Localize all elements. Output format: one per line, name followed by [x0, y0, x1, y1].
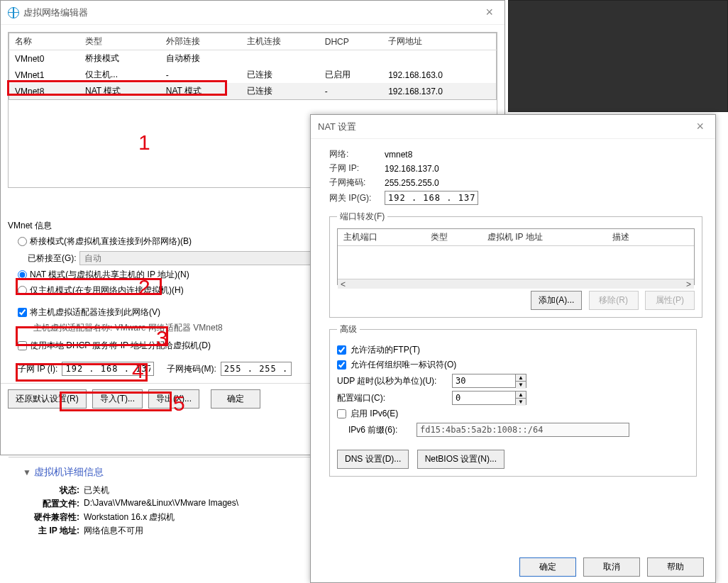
close-icon[interactable]: ×	[692, 119, 708, 134]
ipv6-prefix-input	[417, 423, 629, 437]
ok-button[interactable]: 确定	[211, 389, 260, 409]
col-desc[interactable]: 描述	[607, 229, 694, 245]
subnet-mask-input[interactable]	[221, 362, 292, 376]
vnet-title: 虚拟网络编辑器	[23, 6, 88, 19]
radio-bridge-label: 桥接模式(将虚拟机直接连接到外部网络)(B)	[30, 235, 192, 248]
col-host-port[interactable]: 主机端口	[338, 229, 425, 245]
add-port-button[interactable]: 添加(A)...	[531, 291, 582, 310]
udp-timeout-input[interactable]	[452, 374, 516, 388]
checkbox-dhcp-label: 使用本地 DHCP 服务将 IP 地址分配给虚拟机(D)	[30, 340, 211, 352]
col-type[interactable]: 类型	[79, 33, 160, 50]
col-host[interactable]: 主机连接	[241, 33, 319, 50]
radio-bridge[interactable]	[18, 237, 27, 246]
nat-help-button[interactable]: 帮助	[647, 557, 704, 577]
port-properties-button: 属性(P)	[645, 291, 695, 310]
col-vm-ip[interactable]: 虚拟机 IP 地址	[482, 229, 607, 245]
primary-ip-label: 主 IP 地址:	[23, 525, 79, 537]
gateway-label: 网关 IP(G):	[329, 192, 379, 204]
checkbox-ftp-label: 允许活动的FTP(T)	[351, 344, 420, 356]
udp-timeout-label: UDP 超时(以秒为单位)(U):	[337, 375, 448, 387]
subnet-ip-label: 子网 IP (I):	[18, 363, 57, 375]
radio-host-label: 仅主机模式(在专用网络内连接虚拟机)(H)	[30, 284, 184, 296]
import-button[interactable]: 导入(T)...	[92, 389, 143, 409]
globe-icon	[8, 7, 19, 18]
remove-port-button: 移除(R)	[589, 291, 639, 310]
hw-compat-label: 硬件兼容性:	[23, 511, 79, 523]
subnet-ip-input[interactable]	[62, 362, 154, 376]
table-row[interactable]: VMnet8NAT 模式NAT 模式已连接-192.168.137.0	[9, 83, 497, 100]
primary-ip-value: 网络信息不可用	[84, 525, 143, 537]
col-name[interactable]: 名称	[9, 33, 79, 50]
port-forwarding-legend: 端口转发(F)	[337, 211, 387, 223]
net-value: vmnet8	[385, 150, 412, 160]
subnet-mask-label: 子网掩码(M):	[167, 363, 216, 375]
nat-settings-window: NAT 设置 × 网络:vmnet8 子网 IP:192.168.137.0 子…	[310, 114, 716, 583]
netbios-settings-button[interactable]: NetBIOS 设置(N)...	[417, 450, 504, 469]
col-subnet[interactable]: 子网地址	[382, 33, 496, 50]
nat-cancel-button[interactable]: 取消	[583, 557, 640, 577]
details-header[interactable]: ▼ 虚拟机详细信息	[23, 466, 299, 479]
nat-titlebar: NAT 设置 ×	[311, 115, 715, 139]
disclosure-triangle-icon: ▼	[23, 467, 31, 477]
config-file-label: 配置文件:	[23, 498, 79, 510]
subnet-mask-label: 子网掩码:	[329, 177, 379, 189]
bridge-to-label: 已桥接至(G):	[28, 252, 77, 265]
hw-compat-value: Workstation 16.x 虚拟机	[84, 511, 175, 523]
restore-defaults-button[interactable]: 还原默认设置(R)	[8, 389, 87, 409]
checkbox-connect-host-label: 将主机虚拟适配器连接到此网络(V)	[30, 306, 160, 318]
radio-host-only[interactable]	[18, 286, 27, 295]
vm-details-panel: ▼ 虚拟机详细信息 状态:已关机 配置文件:D:\Java\VMware&Lin…	[9, 457, 314, 570]
nat-ok-button[interactable]: 确定	[519, 557, 576, 577]
subnet-ip-label: 子网 IP:	[329, 162, 379, 174]
port-forwarding-group: 端口转发(F) 主机端口 类型 虚拟机 IP 地址 描述 <> 添加(A)...…	[329, 211, 702, 318]
col-ext[interactable]: 外部连接	[160, 33, 241, 50]
nat-title: NAT 设置	[318, 121, 356, 133]
checkbox-ftp[interactable]	[337, 345, 346, 355]
export-button[interactable]: 导出(X)...	[148, 389, 199, 409]
state-value: 已关机	[84, 484, 109, 496]
horizontal-scrollbar[interactable]: <>	[338, 279, 694, 289]
close-icon[interactable]: ×	[481, 5, 497, 20]
checkbox-oui-label: 允许任何组织唯一标识符(O)	[351, 359, 456, 371]
udp-spinner[interactable]: ▲▼	[516, 374, 526, 388]
config-file-value: D:\Java\VMware&Linux\VMware Images\	[84, 498, 238, 510]
advanced-legend: 高级	[337, 323, 360, 335]
vnet-titlebar: 虚拟网络编辑器 ×	[1, 1, 504, 25]
checkbox-dhcp[interactable]	[18, 341, 27, 350]
advanced-group: 高级 允许活动的FTP(T) 允许任何组织唯一标识符(O) UDP 超时(以秒为…	[329, 323, 697, 477]
table-row[interactable]: VMnet1仅主机...-已连接已启用192.168.163.0	[9, 67, 497, 83]
net-label: 网络:	[329, 148, 379, 160]
col-dhcp[interactable]: DHCP	[319, 33, 382, 50]
subnet-mask-value: 255.255.255.0	[385, 178, 439, 188]
config-port-label: 配置端口(C):	[337, 392, 448, 404]
port-forward-table: 主机端口 类型 虚拟机 IP 地址 描述 <>	[337, 228, 695, 285]
subnet-ip-value: 192.168.137.0	[385, 164, 439, 174]
radio-nat[interactable]	[18, 270, 27, 279]
checkbox-ipv6-label: 启用 IPv6(E)	[351, 408, 398, 420]
config-port-spinner[interactable]: ▲▼	[516, 391, 526, 405]
ipv6-prefix-label: IPv6 前缀(6):	[348, 424, 412, 436]
table-row[interactable]: VMnet0桥接模式自动桥接	[9, 50, 497, 67]
state-label: 状态:	[23, 484, 79, 496]
radio-nat-label: NAT 模式(与虚拟机共享主机的 IP 地址)(N)	[30, 269, 189, 281]
background-dark-strip	[508, 0, 728, 112]
gateway-ip-input[interactable]	[385, 191, 478, 205]
checkbox-ipv6[interactable]	[337, 409, 346, 418]
checkbox-connect-host[interactable]	[18, 308, 27, 317]
config-port-input[interactable]	[452, 391, 516, 405]
dns-settings-button[interactable]: DNS 设置(D)...	[337, 450, 409, 469]
checkbox-oui[interactable]	[337, 360, 346, 370]
col-type[interactable]: 类型	[425, 229, 482, 245]
